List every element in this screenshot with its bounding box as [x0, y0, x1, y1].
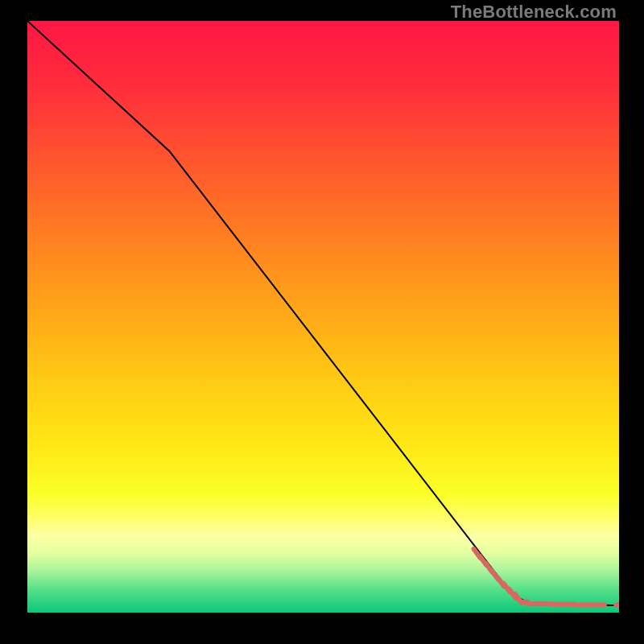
scatter-dot: [593, 602, 598, 607]
chart-frame: TheBottleneck.com: [0, 0, 644, 644]
curve-line: [27, 21, 619, 605]
watermark-text: TheBottleneck.com: [451, 2, 617, 23]
scatter-dot: [617, 602, 619, 607]
chart-overlay: [27, 21, 619, 613]
plot-area: [27, 21, 619, 613]
scatter-cluster: [474, 549, 619, 607]
